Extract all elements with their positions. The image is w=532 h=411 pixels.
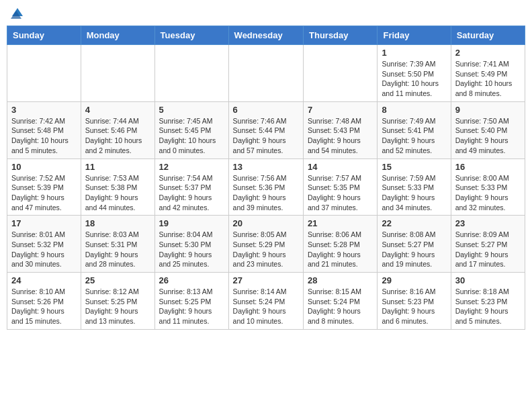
calendar-cell: 5Sunrise: 7:45 AM Sunset: 5:45 PM Daylig… (154, 101, 228, 158)
calendar-cell (304, 45, 378, 102)
calendar-cell (228, 45, 303, 102)
calendar-cell: 28Sunrise: 8:15 AM Sunset: 5:24 PM Dayli… (304, 273, 378, 330)
calendar-week-3: 10Sunrise: 7:52 AM Sunset: 5:39 PM Dayli… (7, 158, 525, 216)
day-info: Sunrise: 8:14 AM Sunset: 5:24 PM Dayligh… (233, 287, 299, 326)
logo (9, 7, 24, 20)
day-number: 24 (11, 275, 77, 285)
day-number: 6 (233, 105, 299, 115)
calendar-cell: 20Sunrise: 8:05 AM Sunset: 5:29 PM Dayli… (228, 216, 303, 273)
calendar-cell: 6Sunrise: 7:46 AM Sunset: 5:44 PM Daylig… (228, 101, 303, 158)
day-info: Sunrise: 8:10 AM Sunset: 5:26 PM Dayligh… (11, 287, 77, 326)
day-info: Sunrise: 8:08 AM Sunset: 5:27 PM Dayligh… (382, 230, 446, 269)
day-info: Sunrise: 8:01 AM Sunset: 5:32 PM Dayligh… (11, 230, 77, 269)
calendar-cell: 13Sunrise: 7:56 AM Sunset: 5:36 PM Dayli… (228, 158, 303, 216)
calendar-cell: 24Sunrise: 8:10 AM Sunset: 5:26 PM Dayli… (7, 273, 81, 330)
day-number: 25 (85, 275, 150, 285)
day-number: 19 (159, 218, 224, 228)
day-number: 16 (455, 162, 521, 172)
day-info: Sunrise: 8:18 AM Sunset: 5:23 PM Dayligh… (455, 287, 521, 326)
day-number: 20 (233, 218, 299, 228)
day-number: 30 (455, 275, 521, 285)
day-number: 5 (159, 105, 224, 115)
calendar-cell: 23Sunrise: 8:09 AM Sunset: 5:27 PM Dayli… (451, 216, 525, 273)
day-info: Sunrise: 7:45 AM Sunset: 5:45 PM Dayligh… (159, 116, 224, 156)
day-info: Sunrise: 7:46 AM Sunset: 5:44 PM Dayligh… (233, 116, 299, 156)
day-number: 11 (85, 162, 150, 172)
day-info: Sunrise: 7:44 AM Sunset: 5:46 PM Dayligh… (85, 116, 150, 156)
day-header-friday: Friday (378, 26, 451, 45)
day-number: 7 (308, 105, 373, 115)
day-number: 13 (233, 162, 299, 172)
calendar-cell: 10Sunrise: 7:52 AM Sunset: 5:39 PM Dayli… (7, 158, 81, 216)
day-info: Sunrise: 8:00 AM Sunset: 5:33 PM Dayligh… (455, 173, 521, 213)
day-header-wednesday: Wednesday (228, 26, 303, 45)
day-info: Sunrise: 8:06 AM Sunset: 5:28 PM Dayligh… (308, 230, 373, 269)
calendar-cell: 19Sunrise: 8:04 AM Sunset: 5:30 PM Dayli… (154, 216, 228, 273)
day-number: 8 (382, 105, 446, 115)
calendar-cell: 8Sunrise: 7:49 AM Sunset: 5:41 PM Daylig… (378, 101, 451, 158)
day-info: Sunrise: 7:56 AM Sunset: 5:36 PM Dayligh… (233, 173, 299, 213)
day-info: Sunrise: 7:39 AM Sunset: 5:50 PM Dayligh… (382, 59, 446, 99)
day-number: 29 (382, 275, 446, 285)
calendar-cell: 22Sunrise: 8:08 AM Sunset: 5:27 PM Dayli… (378, 216, 451, 273)
calendar-cell: 25Sunrise: 8:12 AM Sunset: 5:25 PM Dayli… (81, 273, 154, 330)
day-number: 9 (455, 105, 521, 115)
day-info: Sunrise: 7:53 AM Sunset: 5:38 PM Dayligh… (85, 173, 150, 213)
day-number: 1 (382, 48, 446, 58)
calendar-cell (7, 45, 81, 102)
day-header-tuesday: Tuesday (154, 26, 228, 45)
calendar-cell: 18Sunrise: 8:03 AM Sunset: 5:31 PM Dayli… (81, 216, 154, 273)
calendar-cell: 2Sunrise: 7:41 AM Sunset: 5:49 PM Daylig… (451, 45, 525, 102)
day-info: Sunrise: 7:54 AM Sunset: 5:37 PM Dayligh… (159, 173, 224, 213)
day-info: Sunrise: 8:09 AM Sunset: 5:27 PM Dayligh… (455, 230, 521, 269)
calendar-cell (81, 45, 154, 102)
calendar-cell: 17Sunrise: 8:01 AM Sunset: 5:32 PM Dayli… (7, 216, 81, 273)
day-info: Sunrise: 7:59 AM Sunset: 5:33 PM Dayligh… (382, 173, 446, 213)
day-number: 27 (233, 275, 299, 285)
calendar-week-2: 3Sunrise: 7:42 AM Sunset: 5:48 PM Daylig… (7, 101, 525, 158)
calendar-cell: 15Sunrise: 7:59 AM Sunset: 5:33 PM Dayli… (378, 158, 451, 216)
header (7, 7, 525, 20)
day-header-monday: Monday (81, 26, 154, 45)
calendar-cell: 21Sunrise: 8:06 AM Sunset: 5:28 PM Dayli… (304, 216, 378, 273)
day-number: 21 (308, 218, 373, 228)
calendar-cell (154, 45, 228, 102)
day-number: 23 (455, 218, 521, 228)
calendar-cell: 11Sunrise: 7:53 AM Sunset: 5:38 PM Dayli… (81, 158, 154, 216)
day-info: Sunrise: 7:52 AM Sunset: 5:39 PM Dayligh… (11, 173, 77, 213)
day-info: Sunrise: 7:57 AM Sunset: 5:35 PM Dayligh… (308, 173, 373, 213)
day-info: Sunrise: 8:15 AM Sunset: 5:24 PM Dayligh… (308, 287, 373, 326)
calendar-cell: 4Sunrise: 7:44 AM Sunset: 5:46 PM Daylig… (81, 101, 154, 158)
calendar-cell: 16Sunrise: 8:00 AM Sunset: 5:33 PM Dayli… (451, 158, 525, 216)
calendar-cell: 12Sunrise: 7:54 AM Sunset: 5:37 PM Dayli… (154, 158, 228, 216)
calendar-cell: 14Sunrise: 7:57 AM Sunset: 5:35 PM Dayli… (304, 158, 378, 216)
day-info: Sunrise: 8:04 AM Sunset: 5:30 PM Dayligh… (159, 230, 224, 269)
day-header-sunday: Sunday (7, 26, 81, 45)
calendar-cell: 30Sunrise: 8:18 AM Sunset: 5:23 PM Dayli… (451, 273, 525, 330)
calendar-week-5: 24Sunrise: 8:10 AM Sunset: 5:26 PM Dayli… (7, 273, 525, 330)
day-header-thursday: Thursday (304, 26, 378, 45)
day-number: 28 (308, 275, 373, 285)
calendar-cell: 1Sunrise: 7:39 AM Sunset: 5:50 PM Daylig… (378, 45, 451, 102)
calendar-header-row: SundayMondayTuesdayWednesdayThursdayFrid… (7, 26, 525, 45)
day-info: Sunrise: 7:49 AM Sunset: 5:41 PM Dayligh… (382, 116, 446, 156)
day-info: Sunrise: 8:03 AM Sunset: 5:31 PM Dayligh… (85, 230, 150, 269)
calendar-cell: 26Sunrise: 8:13 AM Sunset: 5:25 PM Dayli… (154, 273, 228, 330)
calendar-cell: 7Sunrise: 7:48 AM Sunset: 5:43 PM Daylig… (304, 101, 378, 158)
calendar-week-4: 17Sunrise: 8:01 AM Sunset: 5:32 PM Dayli… (7, 216, 525, 273)
logo-icon (11, 7, 24, 20)
calendar-cell: 3Sunrise: 7:42 AM Sunset: 5:48 PM Daylig… (7, 101, 81, 158)
day-number: 12 (159, 162, 224, 172)
day-info: Sunrise: 7:42 AM Sunset: 5:48 PM Dayligh… (11, 116, 77, 156)
day-number: 15 (382, 162, 446, 172)
day-number: 22 (382, 218, 446, 228)
day-number: 14 (308, 162, 373, 172)
day-info: Sunrise: 7:48 AM Sunset: 5:43 PM Dayligh… (308, 116, 373, 156)
day-header-saturday: Saturday (451, 26, 525, 45)
day-info: Sunrise: 8:12 AM Sunset: 5:25 PM Dayligh… (85, 287, 150, 326)
day-number: 4 (85, 105, 150, 115)
day-info: Sunrise: 8:16 AM Sunset: 5:23 PM Dayligh… (382, 287, 446, 326)
day-number: 18 (85, 218, 150, 228)
day-number: 26 (159, 275, 224, 285)
calendar: SundayMondayTuesdayWednesdayThursdayFrid… (7, 26, 525, 330)
